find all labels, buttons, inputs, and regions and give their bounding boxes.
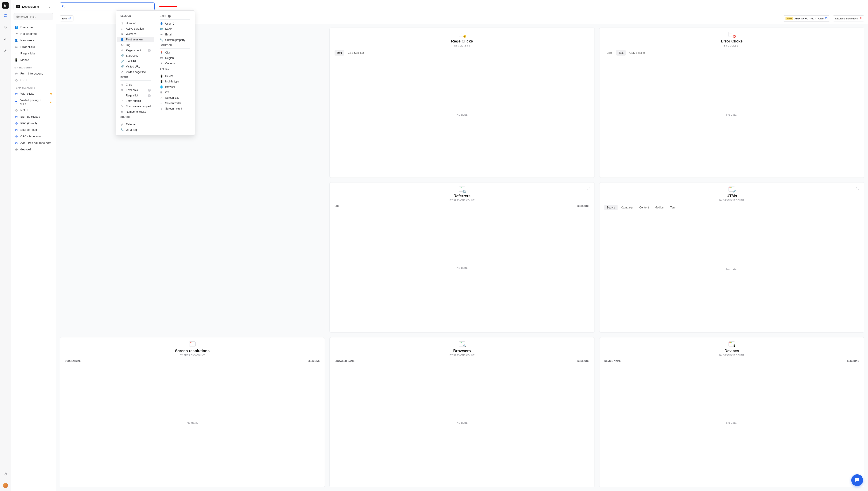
sidebar-item[interactable]: ◔Sign up clicked [11, 113, 56, 120]
help-icon[interactable]: ? [148, 49, 151, 52]
dropdown-item[interactable]: 📱Device [157, 74, 193, 79]
rail-sessions-icon[interactable] [3, 24, 8, 30]
pie-icon: ◔ [15, 121, 18, 125]
dropdown-item[interactable]: 🗺Region [157, 55, 193, 61]
dropdown-item[interactable]: ⇄Referrer [117, 122, 154, 127]
goto-input[interactable] [13, 13, 53, 20]
dropdown-item[interactable]: ⟰Pages count? [117, 48, 154, 53]
dropdown-item[interactable]: !Rage click? [117, 93, 154, 98]
card-tab[interactable]: CSS Selector [345, 50, 366, 56]
expand-icon[interactable]: ⛶ [587, 186, 590, 190]
dropdown-item[interactable]: ◷Duration [117, 21, 154, 26]
dropdown-item[interactable]: ☑Form submit [117, 98, 154, 104]
help-icon[interactable]: ? [148, 94, 151, 97]
dropdown-item[interactable]: ⊞OS [157, 90, 193, 95]
dropdown-item-label: Email [165, 33, 172, 36]
link-icon: 🔗 [120, 65, 124, 68]
sidebar-item[interactable]: 📱Mobile [11, 57, 56, 63]
card-icon: ↩️ [459, 186, 465, 192]
dropdown-item[interactable]: 🖱Click [117, 82, 154, 87]
dropdown-item[interactable]: 🔗Exit URL [117, 58, 154, 64]
dashboard-card: 🔍BrowsersBY SESSIONS COUNTBROWSER NAMESE… [329, 337, 595, 487]
sidebar-item-label: Sign up clicked [20, 115, 40, 118]
dropdown-item[interactable]: ◉Watched [117, 31, 154, 37]
card-tab[interactable]: Campaign [619, 205, 636, 210]
sidebar-item[interactable]: ◔devtool [11, 146, 56, 153]
sidebar-item[interactable]: ◔Not LS [11, 107, 56, 113]
search-input[interactable] [60, 2, 155, 10]
dropdown-item-label: Visited URL [126, 65, 140, 68]
dropdown-item[interactable]: 👤First session [117, 37, 154, 42]
dropdown-item[interactable]: 🔗Visited URL [117, 64, 154, 69]
delete-segment-button[interactable]: DELETE SEGMENT [833, 16, 864, 22]
sidebar-item[interactable]: ◔CPC - facebook [11, 133, 56, 140]
sidebar-item[interactable]: 〰Rage clicks [11, 50, 56, 57]
sidebar-item[interactable]: ◔CPC [11, 77, 56, 83]
alert-icon: ! [120, 94, 124, 97]
dropdown-item[interactable]: ⊗Error click? [117, 87, 154, 93]
dropdown-item-label: Watched [126, 32, 137, 36]
dashboard-card: 😠Rage ClicksBY CLICKS (-)TextCSS Selecto… [329, 28, 595, 178]
dropdown-item[interactable]: ⟰Number of clicks [117, 109, 154, 115]
delete-label: DELETE SEGMENT [835, 17, 858, 20]
sidebar-item[interactable]: ◔Form interactions [11, 70, 56, 77]
wrench-icon: 🔧 [120, 128, 124, 132]
dropdown-item[interactable]: ✉Email [157, 32, 193, 37]
arrow-right-icon: → [160, 102, 163, 105]
sidebar-item[interactable]: 👥Everyone [11, 24, 56, 30]
dropdown-item[interactable]: 🔧Custom property [157, 37, 193, 43]
card-tab[interactable]: Text [334, 50, 344, 56]
sidebar-item[interactable]: 👤New users [11, 37, 56, 44]
card-tab[interactable]: Medium [652, 205, 667, 210]
help-icon[interactable]: ? [168, 15, 171, 18]
help-icon[interactable]: ? [148, 89, 151, 92]
card-tab[interactable]: Term [668, 205, 679, 210]
dropdown-item[interactable]: 📍City [157, 50, 193, 55]
dropdown-item[interactable]: ⚑Country [157, 61, 193, 66]
svg-rect-0 [4, 14, 5, 15]
dropdown-header: EVENT [117, 75, 154, 80]
dropdown-item[interactable]: ↓Screen height [157, 106, 193, 111]
edit-icon: ✎ [120, 105, 124, 108]
dropdown-item[interactable]: ⤢Screen size [157, 95, 193, 100]
dashboard-card: ⛶Screen resolutionsBY SESSIONS COUNTSCRE… [60, 337, 325, 487]
dropdown-item[interactable]: ↗Visited page title [117, 69, 154, 75]
dropdown-item[interactable]: 👤User ID [157, 21, 193, 26]
sidebar-item[interactable]: ◔Visited pricing + click★ [11, 97, 56, 107]
sidebar-item[interactable]: ◔With clicks★ [11, 90, 56, 97]
dropdown-item[interactable]: 📱Mobile type [157, 79, 193, 84]
rail-dashboard-icon[interactable] [3, 13, 8, 18]
pie-icon: ◔ [15, 135, 18, 138]
mail-icon: ✉ [160, 33, 163, 36]
card-tab[interactable]: Content [637, 205, 651, 210]
help-icon[interactable] [3, 471, 8, 476]
sidebar-item[interactable]: ◔Source - cpc [11, 126, 56, 133]
dropdown-item[interactable]: →Screen width [157, 100, 193, 106]
sidebar-item[interactable]: ◎Error clicks [11, 44, 56, 50]
card-tab[interactable]: Source [604, 205, 618, 210]
dropdown-item[interactable]: 🔗Start URL [117, 53, 154, 58]
rail-analytics-icon[interactable] [3, 36, 8, 41]
dropdown-item[interactable]: 🔧UTM Tag [117, 127, 154, 133]
card-tab[interactable]: CSS Selector [627, 50, 648, 56]
workspace-name: livesession.io [22, 5, 46, 8]
goto-segment [13, 13, 53, 20]
dropdown-item[interactable]: 🪪Name [157, 26, 193, 32]
card-tab[interactable]: Text [616, 50, 626, 56]
workspace-select[interactable]: ls livesession.io ⌄ [13, 3, 53, 10]
chat-fab[interactable] [851, 474, 863, 486]
rail-settings-icon[interactable] [3, 48, 8, 53]
add-notifications-button[interactable]: NEW ADD TO NOTIFICATIONS [783, 16, 830, 22]
expand-icon[interactable]: ⛶ [856, 186, 859, 190]
dropdown-item[interactable]: ◷Active duration [117, 26, 154, 31]
sidebar-item[interactable]: 👁Not watched [11, 30, 56, 37]
dropdown-item[interactable]: 🏷Tag [117, 42, 154, 48]
save-segment-button[interactable]: ENT [60, 16, 74, 22]
card-title: Screen resolutions [175, 349, 210, 353]
card-tab[interactable]: Error [604, 50, 615, 56]
dropdown-item[interactable]: ✎Form value changed [117, 104, 154, 109]
sidebar-item[interactable]: ◔A/B - Two columns hero [11, 140, 56, 146]
sidebar-item[interactable]: ◔PPC (Gmail) [11, 120, 56, 126]
user-avatar[interactable] [3, 483, 8, 488]
dropdown-item[interactable]: 🌐Browser [157, 84, 193, 90]
